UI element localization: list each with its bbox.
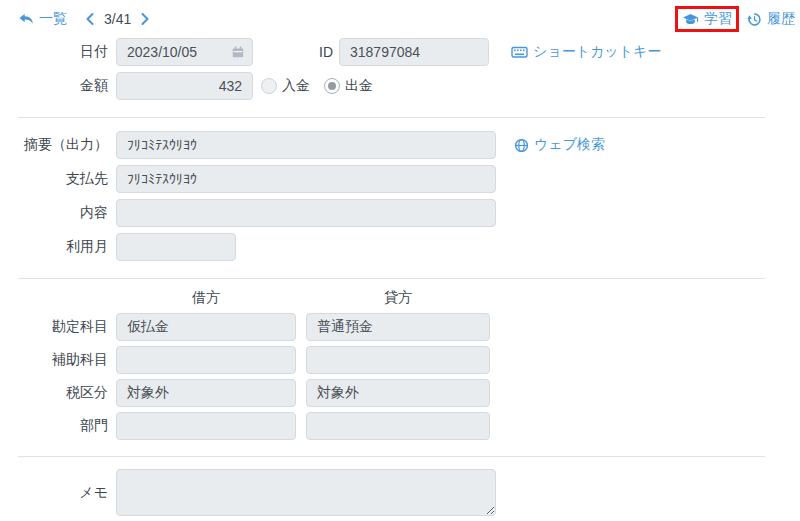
date-id-row: 日付 ID xyxy=(18,38,795,66)
memo-textarea[interactable] xyxy=(116,469,496,516)
usage-month-input[interactable] xyxy=(116,233,236,261)
section-divider xyxy=(18,278,765,279)
content-row: 内容 xyxy=(18,199,795,227)
tax-category-label: 税区分 xyxy=(18,384,108,402)
id-input[interactable] xyxy=(339,38,489,66)
history-link[interactable]: 履歴 xyxy=(747,10,795,28)
amount-row: 金額 入金 出金 xyxy=(18,72,795,100)
amount-label: 金額 xyxy=(18,77,108,95)
history-icon xyxy=(747,12,762,27)
content-label: 内容 xyxy=(18,204,108,222)
department-label: 部門 xyxy=(18,417,108,435)
account-label: 勘定科目 xyxy=(18,318,108,336)
radio-withdrawal[interactable]: 出金 xyxy=(324,77,373,95)
memo-row: メモ xyxy=(18,469,795,516)
date-field-wrap xyxy=(116,38,253,66)
record-pager: 3/41 xyxy=(85,11,150,27)
history-label: 履歴 xyxy=(767,10,795,28)
memo-label: メモ xyxy=(18,484,108,502)
tax-category-debit-input[interactable] xyxy=(116,379,296,407)
keyboard-icon xyxy=(511,45,528,59)
prev-record-button[interactable] xyxy=(85,12,95,26)
journal-headers: 借方 貸方 xyxy=(18,289,795,307)
content-input[interactable] xyxy=(116,199,496,227)
reply-icon xyxy=(18,12,34,27)
web-search-link[interactable]: ウェブ検索 xyxy=(514,136,605,154)
shortcut-keys-link[interactable]: ショートカットキー xyxy=(511,43,661,61)
summary-input[interactable] xyxy=(116,131,496,159)
chevron-right-icon xyxy=(140,12,150,26)
date-label: 日付 xyxy=(18,43,108,61)
usage-month-label: 利用月 xyxy=(18,238,108,256)
account-debit-input[interactable] xyxy=(116,313,296,341)
tax-category-credit-input[interactable] xyxy=(306,379,490,407)
radio-deposit-label: 入金 xyxy=(282,77,310,95)
toolbar-right: 学習 履歴 xyxy=(675,6,795,32)
amount-input[interactable] xyxy=(116,72,253,100)
shortcut-keys-label: ショートカットキー xyxy=(533,43,661,61)
department-debit-input[interactable] xyxy=(116,412,296,440)
back-to-list-label: 一覧 xyxy=(39,10,67,28)
learn-link[interactable]: 学習 xyxy=(682,10,732,28)
chevron-left-icon xyxy=(85,12,95,26)
payee-label: 支払先 xyxy=(18,170,108,188)
tax-category-row: 税区分 xyxy=(18,379,795,407)
section-divider xyxy=(18,117,765,118)
usage-month-row: 利用月 xyxy=(18,233,795,261)
credit-header: 貸方 xyxy=(306,289,490,307)
calendar-icon[interactable] xyxy=(231,45,245,59)
next-record-button[interactable] xyxy=(140,12,150,26)
toolbar-left: 一覧 3/41 xyxy=(18,10,150,28)
account-row: 勘定科目 xyxy=(18,313,795,341)
learn-highlight-box: 学習 xyxy=(675,6,739,32)
sub-account-debit-input[interactable] xyxy=(116,346,296,374)
transaction-detail-page: 一覧 3/41 xyxy=(0,0,800,516)
summary-row: 摘要（出力） ウェブ検索 xyxy=(18,131,795,159)
back-to-list-link[interactable]: 一覧 xyxy=(18,10,67,28)
sub-account-row: 補助科目 xyxy=(18,346,795,374)
account-credit-input[interactable] xyxy=(306,313,490,341)
graduation-cap-icon xyxy=(682,12,699,27)
id-label: ID xyxy=(319,44,333,60)
radio-deposit[interactable]: 入金 xyxy=(261,77,310,95)
payee-input[interactable] xyxy=(116,165,496,193)
department-row: 部門 xyxy=(18,412,795,440)
learn-label: 学習 xyxy=(704,10,732,28)
payee-row: 支払先 xyxy=(18,165,795,193)
radio-withdrawal-label: 出金 xyxy=(345,77,373,95)
deposit-withdrawal-radio-group: 入金 出金 xyxy=(261,77,373,95)
department-credit-input[interactable] xyxy=(306,412,490,440)
globe-icon xyxy=(514,138,529,153)
sub-account-label: 補助科目 xyxy=(18,351,108,369)
summary-label: 摘要（出力） xyxy=(18,136,108,154)
sub-account-credit-input[interactable] xyxy=(306,346,490,374)
web-search-label: ウェブ検索 xyxy=(534,136,605,154)
debit-header: 借方 xyxy=(116,289,296,307)
toolbar: 一覧 3/41 xyxy=(18,8,795,30)
radio-deposit-circle xyxy=(261,78,277,94)
record-position: 3/41 xyxy=(104,11,131,27)
radio-withdrawal-circle xyxy=(324,78,340,94)
section-divider xyxy=(18,456,765,457)
